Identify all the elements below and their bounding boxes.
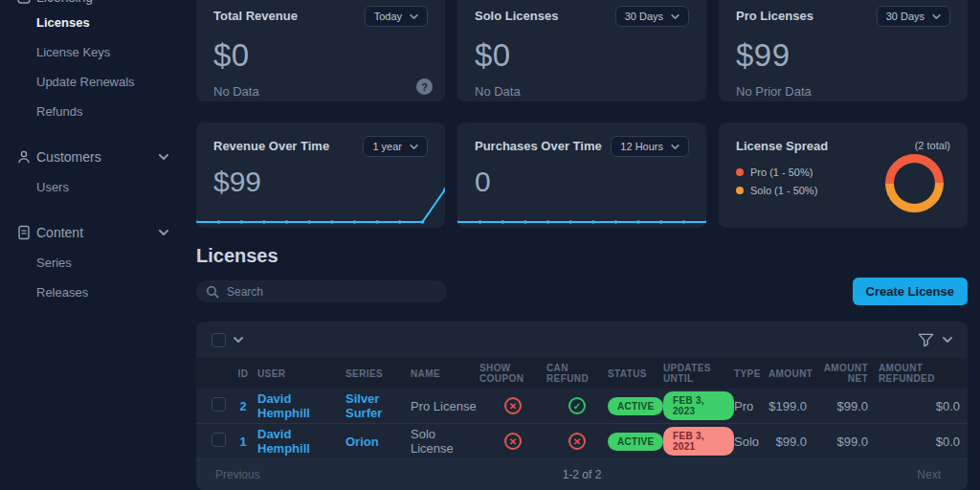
col-status[interactable]: STATUS — [608, 368, 663, 379]
sidebar-item-users[interactable]: Users — [0, 175, 182, 199]
card-title: Purchases Over Time — [475, 136, 602, 153]
col-name[interactable]: NAME — [411, 368, 479, 379]
period-value: 30 Days — [886, 11, 924, 22]
status-badge: ACTIVE — [608, 433, 663, 451]
sidebar-section-customers[interactable]: Customers — [0, 145, 182, 169]
period-select[interactable]: 30 Days — [877, 6, 950, 27]
chevron-down-icon — [159, 154, 168, 160]
search-icon — [206, 285, 219, 299]
previous-page-button[interactable]: Previous — [196, 468, 563, 481]
row-checkbox[interactable] — [212, 433, 226, 447]
stat-value: $99 — [736, 37, 950, 74]
period-value: 12 Hours — [620, 141, 663, 152]
stat-value: $0 — [475, 37, 689, 74]
search-box — [196, 280, 447, 302]
licensing-icon — [16, 0, 32, 5]
period-value: 30 Days — [625, 11, 663, 22]
chevron-down-icon — [932, 14, 941, 19]
chevron-down-icon — [410, 145, 418, 149]
series-link[interactable]: Silver Surfer — [345, 391, 411, 420]
create-license-button[interactable]: Create License — [853, 278, 969, 305]
license-spread-donut-chart — [885, 154, 944, 212]
app-window: Licensing Licenses License Keys Update R… — [0, 0, 980, 490]
period-select[interactable]: Today — [365, 6, 428, 27]
card-title: Total Revenue — [213, 6, 298, 23]
col-amount-net[interactable]: AMOUNT NET — [811, 363, 872, 384]
series-link[interactable]: Orion — [345, 434, 411, 449]
sidebar-item-license-keys[interactable]: License Keys — [0, 40, 182, 64]
sidebar-section-licensing[interactable]: Licensing — [0, 0, 182, 5]
help-icon[interactable]: ? — [416, 78, 433, 95]
col-user[interactable]: USER — [257, 368, 345, 379]
card-purchases-over-time: Purchases Over Time 12 Hours 0 — [457, 122, 706, 228]
user-link[interactable]: David Hemphill — [257, 391, 345, 420]
license-id-link[interactable]: 2 — [229, 399, 257, 413]
row-checkbox[interactable] — [212, 397, 226, 412]
sidebar-section-label: Customers — [36, 149, 159, 165]
col-amount[interactable]: AMOUNT — [768, 368, 811, 379]
sidebar-item-licenses[interactable]: Licenses — [0, 11, 182, 34]
chevron-down-icon — [159, 230, 168, 235]
chevron-down-icon — [234, 337, 243, 343]
col-type[interactable]: TYPE — [734, 368, 768, 379]
can-refund-icon: ✕ — [568, 433, 586, 450]
stat-note: No Prior Data — [736, 84, 950, 99]
col-amount-refunded[interactable]: AMOUNT REFUNDED — [872, 363, 968, 384]
period-select[interactable]: 12 Hours — [611, 136, 689, 157]
chevron-down-icon — [943, 337, 952, 343]
page-title: Licenses — [196, 245, 968, 267]
license-name: Solo License — [411, 427, 479, 456]
period-select[interactable]: 1 year — [363, 136, 428, 157]
license-id-link[interactable]: 1 — [229, 434, 257, 449]
updates-until-badge: FEB 3, 2021 — [663, 427, 734, 456]
select-all-control[interactable] — [212, 333, 243, 347]
col-show-coupon[interactable]: SHOW COUPON — [479, 363, 546, 384]
user-link[interactable]: David Hemphill — [257, 427, 345, 456]
select-all-checkbox[interactable] — [212, 333, 226, 347]
period-value: Today — [374, 11, 402, 22]
sidebar-item-update-renewals[interactable]: Update Renewals — [0, 70, 182, 94]
sidebar-section-label: Content — [36, 225, 159, 240]
card-title: Revenue Over Time — [213, 136, 329, 153]
sidebar-item-series[interactable]: Series — [0, 251, 182, 275]
sidebar-item-releases[interactable]: Releases — [0, 280, 182, 304]
pagination-bar: Previous 1-2 of 2 Next — [196, 459, 968, 489]
chevron-down-icon — [671, 14, 679, 19]
page-range-label: 1-2 of 2 — [563, 468, 602, 481]
col-series[interactable]: SERIES — [345, 368, 411, 379]
sidebar-section-content[interactable]: Content — [0, 220, 182, 245]
stat-note: No Data — [475, 84, 689, 99]
col-can-refund[interactable]: CAN REFUND — [546, 363, 608, 384]
total-count-label: (2 total) — [915, 136, 950, 151]
updates-until-badge: FEB 3, 2023 — [663, 391, 734, 420]
amount-refunded-value: $0.0 — [872, 434, 968, 449]
amount-net-value: $99.0 — [811, 399, 872, 413]
filter-control[interactable] — [918, 333, 952, 347]
revenue-sparkline-chart — [196, 184, 445, 228]
amount-refunded-value: $0.0 — [872, 399, 968, 413]
stat-note: No Data — [213, 84, 428, 99]
sidebar-item-refunds[interactable]: Refunds — [0, 100, 182, 123]
amount-net-value: $99.0 — [811, 434, 872, 449]
chevron-down-icon — [671, 145, 679, 149]
show-coupon-icon: ✕ — [504, 397, 522, 414]
status-badge: ACTIVE — [608, 397, 663, 415]
filter-funnel-icon — [918, 333, 934, 347]
main-content: Total Revenue Today $0 No Data ? Solo Li… — [182, 0, 980, 490]
period-select[interactable]: 30 Days — [615, 6, 689, 27]
stat-value: $0 — [213, 37, 428, 74]
table-row: 1 David Hemphill Orion Solo License ✕ ✕ … — [196, 424, 968, 459]
col-id[interactable]: ID — [229, 368, 257, 379]
legend-label: Solo (1 - 50%) — [750, 185, 817, 196]
card-title: Solo Licenses — [475, 6, 558, 23]
table-row: 2 David Hemphill Silver Surfer Pro Licen… — [196, 389, 968, 424]
col-updates-until[interactable]: UPDATES UNTIL — [663, 363, 734, 384]
next-page-button[interactable]: Next — [601, 468, 968, 481]
card-license-spread: License Spread (2 total) Pro (1 - 50%) S… — [719, 122, 968, 228]
legend-dot — [736, 187, 744, 194]
search-input[interactable] — [196, 280, 447, 302]
card-total-revenue: Total Revenue Today $0 No Data ? — [196, 0, 445, 101]
amount-value: $199.0 — [768, 399, 811, 413]
period-value: 1 year — [372, 141, 402, 152]
show-coupon-icon: ✕ — [504, 433, 522, 450]
